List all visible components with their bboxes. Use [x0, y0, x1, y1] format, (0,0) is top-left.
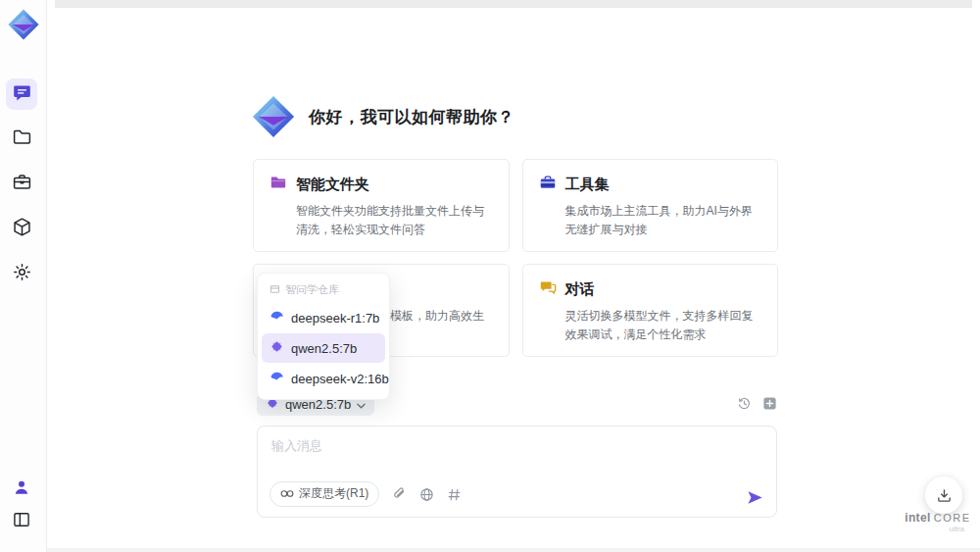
- app-window: 你好，我可以如何帮助你？ 智能文件夹 智能文件夹功能支持批量文件上传与清洗，轻松…: [0, 0, 980, 552]
- intel-tier-text: ultra: [904, 526, 972, 534]
- sidebar-item-models[interactable]: [6, 213, 37, 244]
- message-input[interactable]: [271, 437, 722, 475]
- model-option-label: deepseek-r1:7b: [291, 311, 379, 326]
- sidebar-item-chat[interactable]: [6, 78, 37, 110]
- attachment-icon[interactable]: [392, 487, 407, 502]
- app-logo-icon: [7, 8, 40, 41]
- repository-icon: [270, 283, 280, 296]
- card-description: 集成市场上主流工具，助力AI与外界无缝扩展与对接: [539, 202, 762, 238]
- window-titlebar: [55, 0, 972, 8]
- model-dropdown-header-label: 智问学仓库: [285, 282, 339, 297]
- conversation-actions: [737, 396, 777, 411]
- new-chat-icon[interactable]: [762, 396, 777, 411]
- folder-icon: [12, 126, 32, 151]
- card-description: 灵活切换多模型文件，支持多样回复效果调试，满足个性化需求: [539, 307, 762, 343]
- panel-layout-icon: [12, 510, 31, 533]
- card-dialog[interactable]: 对话 灵活切换多模型文件，支持多样回复效果调试，满足个性化需求: [522, 264, 779, 357]
- user-icon: [12, 477, 31, 501]
- card-description: 智能文件夹功能支持批量文件上传与清洗，轻松实现文件问答: [270, 202, 493, 238]
- card-title: 对话: [565, 280, 595, 299]
- sidebar-item-collapse[interactable]: [6, 506, 37, 537]
- greeting-title: 你好，我可以如何帮助你？: [309, 106, 514, 128]
- download-button[interactable]: [925, 477, 962, 514]
- model-option-deepseek-r1[interactable]: deepseek-r1:7b: [262, 303, 385, 332]
- sidebar-item-settings[interactable]: [6, 258, 37, 289]
- toolset-briefcase-icon: [539, 174, 557, 195]
- qwen-icon: [270, 339, 284, 357]
- card-toolset[interactable]: 工具集 集成市场上主流工具，助力AI与外界无缝扩展与对接: [522, 159, 779, 252]
- card-title: 工具集: [565, 176, 610, 194]
- history-icon[interactable]: [737, 396, 752, 411]
- model-option-qwen[interactable]: qwen2.5:7b: [262, 333, 385, 363]
- deep-think-toggle[interactable]: 深度思考(R1): [270, 481, 379, 507]
- assistant-logo-icon: [251, 94, 296, 139]
- model-option-deepseek-v2[interactable]: deepseek-v2:16b: [262, 364, 385, 393]
- intel-core-text: CORE: [934, 512, 971, 524]
- input-toolbar: 深度思考(R1): [270, 481, 462, 507]
- chat-bubble-icon: [12, 82, 32, 107]
- model-dropdown-header: 智问学仓库: [262, 278, 385, 302]
- briefcase-icon: [12, 172, 32, 196]
- smart-folder-icon: [270, 174, 287, 195]
- deep-think-label: 深度思考(R1): [299, 485, 368, 502]
- cube-icon: [12, 217, 32, 241]
- dialog-bubbles-icon: [539, 278, 557, 300]
- intel-logo-text: intel: [905, 511, 930, 525]
- sidebar-item-toolbox[interactable]: [6, 168, 37, 199]
- card-smart-folder[interactable]: 智能文件夹 智能文件夹功能支持批量文件上传与清洗，轻松实现文件问答: [253, 159, 510, 252]
- gear-icon: [12, 262, 32, 286]
- deepseek-icon: [270, 370, 284, 387]
- deepseek-icon: [270, 309, 284, 326]
- model-option-label: deepseek-v2:16b: [291, 372, 389, 386]
- window-bottom-edge: [47, 548, 980, 552]
- sidebar-item-account[interactable]: [6, 474, 37, 505]
- model-dropdown: 智问学仓库 deepseek-r1:7b qwen2.5:7b deepseek…: [257, 273, 390, 400]
- send-button[interactable]: [746, 488, 764, 507]
- model-option-label: qwen2.5:7b: [291, 341, 357, 356]
- intel-core-badge: intel CORE ultra: [904, 512, 972, 534]
- deep-think-icon: [280, 487, 294, 501]
- sidebar: [0, 0, 47, 552]
- card-title: 智能文件夹: [296, 176, 369, 194]
- grid-hashtag-icon[interactable]: [447, 487, 462, 502]
- chat-input-box: 深度思考(R1): [257, 426, 777, 518]
- globe-icon[interactable]: [419, 487, 434, 502]
- sidebar-item-folders[interactable]: [6, 123, 37, 154]
- greeting-row: 你好，我可以如何帮助你？: [251, 94, 514, 139]
